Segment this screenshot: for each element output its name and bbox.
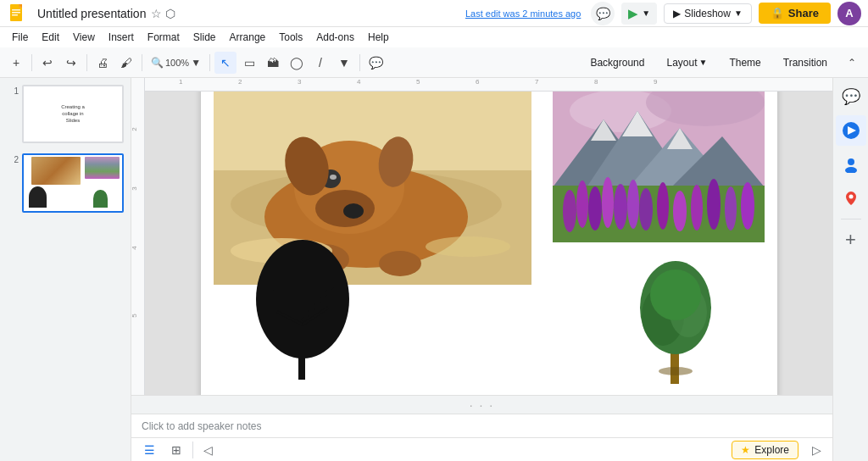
toolbar: + ↩ ↪ 🖨 🖌 🔍 100% ▼ ↖ ▭ 🏔 ◯ / ▼ 💬 Backgro… xyxy=(0,47,868,78)
svg-point-43 xyxy=(707,179,721,230)
menu-edit[interactable]: Edit xyxy=(36,30,64,45)
menu-file[interactable]: File xyxy=(7,30,33,45)
slide-2-canvas xyxy=(24,155,122,210)
layout-label: Layout xyxy=(666,57,697,69)
slide-thumb-1[interactable]: Creating a collage in Slides xyxy=(22,85,124,143)
menu-format[interactable]: Format xyxy=(142,30,185,45)
bottom-separator xyxy=(192,442,193,458)
chat-button[interactable]: 💬 xyxy=(591,2,615,25)
doc-title[interactable]: Untitled presentation xyxy=(37,7,146,20)
vruler-mark-5: 5 xyxy=(131,314,138,317)
slideshow-icon: ▶ xyxy=(673,8,681,19)
header-actions: 💬 ▶ ▼ ▶ Slideshow ▼ 🔒 Share A xyxy=(591,2,861,25)
drag-dots: · · · xyxy=(470,398,494,412)
line-tool[interactable]: / xyxy=(309,52,331,74)
collapse-panel-btn[interactable]: ⌃ xyxy=(841,52,863,74)
svg-point-35 xyxy=(588,186,602,230)
right-panel: 💬 + xyxy=(832,78,868,461)
image-tool[interactable]: 🏔 xyxy=(262,52,284,74)
explore-button[interactable]: ★ Explore xyxy=(732,441,798,459)
slide-canvas[interactable] xyxy=(201,92,777,395)
profile-panel-icon xyxy=(843,156,860,173)
line-chevron[interactable]: ▼ xyxy=(333,52,355,74)
svg-rect-4 xyxy=(12,9,20,11)
slides-panel: 1 Creating a collage in Slides 2 xyxy=(0,78,131,461)
slide-row-2: 2 xyxy=(7,153,124,219)
svg-point-47 xyxy=(256,240,349,358)
slide-number-1: 1 xyxy=(14,86,19,96)
mountain-image[interactable] xyxy=(553,92,765,242)
vruler-mark-4: 4 xyxy=(131,246,138,249)
svg-point-40 xyxy=(657,182,669,230)
share-button[interactable]: 🔒 Share xyxy=(759,3,831,24)
speaker-notes-placeholder[interactable]: Click to add speaker notes xyxy=(142,420,261,432)
svg-point-39 xyxy=(639,188,653,230)
slide-canvas-wrapper xyxy=(145,92,832,395)
slideshow-chevron: ▼ xyxy=(734,8,743,18)
slide-number-2: 2 xyxy=(14,155,19,164)
slide-row-1: 1 Creating a collage in Slides xyxy=(7,85,124,150)
menu-insert[interactable]: Insert xyxy=(103,30,139,45)
right-panel-profile-btn[interactable] xyxy=(836,149,866,180)
menu-addons[interactable]: Add-ons xyxy=(311,30,359,45)
menu-help[interactable]: Help xyxy=(363,30,394,45)
maps-panel-icon xyxy=(843,190,860,207)
star-icon[interactable]: ☆ xyxy=(151,7,162,20)
undo-btn[interactable]: ↩ xyxy=(36,52,58,74)
menu-arrange[interactable]: Arrange xyxy=(225,30,271,45)
redo-btn[interactable]: ↪ xyxy=(60,52,82,74)
svg-point-45 xyxy=(741,182,754,230)
zoom-control[interactable]: 🔍 100% ▼ xyxy=(147,55,205,70)
slide-toolbar-right: Background Layout ▼ Theme Transition ⌃ xyxy=(581,52,863,74)
right-panel-maps-btn[interactable] xyxy=(836,183,866,214)
right-panel-comment-btn[interactable]: 💬 xyxy=(836,81,866,112)
menu-slide[interactable]: Slide xyxy=(188,30,221,45)
ruler-corner xyxy=(131,78,145,92)
ruler-mark-2: 2 xyxy=(238,78,242,86)
print-btn[interactable]: 🖨 xyxy=(92,52,114,74)
grid-list-view-btn[interactable]: ☰ xyxy=(138,439,160,461)
background-button[interactable]: Background xyxy=(581,54,653,71)
black-tree-image[interactable] xyxy=(252,240,353,380)
svg-point-61 xyxy=(845,167,857,173)
collapse-panel-button[interactable]: ◁ xyxy=(198,441,217,459)
cursor-tool[interactable]: ↖ xyxy=(214,52,236,74)
thumb-puppy xyxy=(31,157,81,185)
theme-button[interactable]: Theme xyxy=(721,54,769,71)
black-tree-svg xyxy=(252,240,353,380)
ruler-mark-4: 4 xyxy=(357,78,360,86)
svg-point-62 xyxy=(849,195,853,199)
vertical-ruler: 2 3 4 5 xyxy=(131,92,145,395)
slide-thumb-2[interactable] xyxy=(22,153,124,212)
comment-tool[interactable]: 💬 xyxy=(364,52,387,74)
ruler-mark-5: 5 xyxy=(416,78,420,86)
meet-panel-icon xyxy=(843,122,860,139)
title-bar: Untitled presentation ☆ ⬡ Last edit was … xyxy=(0,0,868,27)
right-panel-add-btn[interactable]: + xyxy=(836,225,866,255)
menu-view[interactable]: View xyxy=(68,30,100,45)
speaker-notes-area[interactable]: Click to add speaker notes xyxy=(131,414,832,437)
right-panel-meet-btn[interactable] xyxy=(836,115,866,146)
undo-button[interactable]: + xyxy=(5,52,27,74)
slide-thumb-inner-1: Creating a collage in Slides xyxy=(24,86,122,142)
grid-view-btn[interactable]: ⊞ xyxy=(165,439,187,461)
slideshow-button[interactable]: ▶ Slideshow ▼ xyxy=(664,3,752,24)
green-tree-image[interactable] xyxy=(633,261,718,384)
toolbar-separator-4 xyxy=(209,54,210,71)
layout-button[interactable]: Layout ▼ xyxy=(658,54,715,71)
transition-button[interactable]: Transition xyxy=(775,54,836,71)
right-panel-toggle[interactable]: ▷ xyxy=(807,441,826,459)
notes-drag-handle[interactable]: · · · xyxy=(131,395,832,414)
text-box-tool[interactable]: ▭ xyxy=(238,52,260,74)
menu-tools[interactable]: Tools xyxy=(274,30,308,45)
ruler-row: 1 2 3 4 5 6 7 8 9 xyxy=(131,78,832,92)
paint-format-btn[interactable]: 🖌 xyxy=(115,52,137,74)
svg-rect-5 xyxy=(12,12,20,14)
shapes-tool[interactable]: ◯ xyxy=(286,52,308,74)
drive-icon[interactable]: ⬡ xyxy=(165,7,175,20)
user-avatar[interactable]: A xyxy=(837,2,861,25)
last-edit-link[interactable]: Last edit was 2 minutes ago xyxy=(465,8,581,19)
meet-button[interactable]: ▶ ▼ xyxy=(621,3,657,25)
mountain-svg xyxy=(553,92,765,242)
slide-thumb-text-1: Creating a collage in Slides xyxy=(61,104,85,124)
